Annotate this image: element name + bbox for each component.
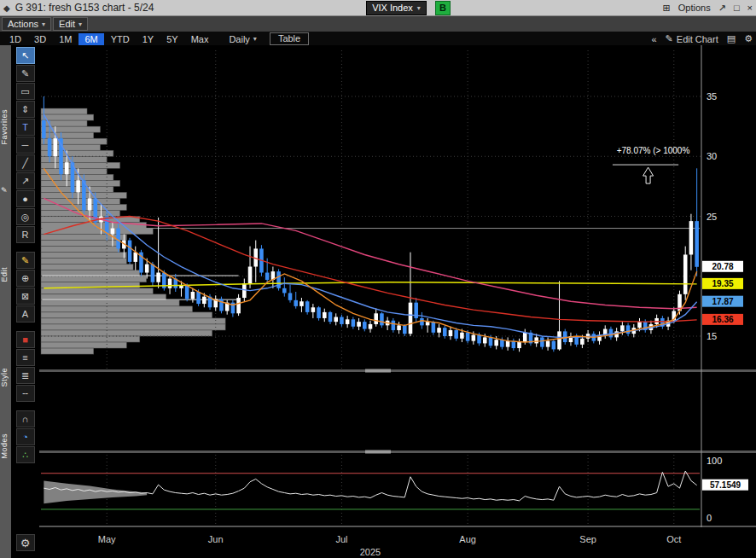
range-1y[interactable]: 1Y bbox=[137, 33, 160, 45]
price-badge-label: 17.87 bbox=[712, 297, 733, 306]
candle-body bbox=[557, 331, 561, 349]
pencil-tool[interactable]: ✎ bbox=[16, 252, 35, 269]
x-axis-year-label: 2025 bbox=[360, 547, 381, 557]
draw-line-tool[interactable]: ✎ bbox=[16, 65, 35, 82]
annotation-list-icon[interactable]: ▤ bbox=[727, 33, 736, 44]
volume-profile-bar bbox=[41, 276, 147, 282]
range-tool[interactable]: ⇕ bbox=[16, 101, 35, 118]
candle-body bbox=[695, 221, 699, 267]
marker-tool[interactable]: ◎ bbox=[16, 208, 35, 225]
candle-body bbox=[151, 264, 155, 282]
volume-profile-bar bbox=[41, 312, 212, 318]
volume-profile-bar bbox=[41, 342, 126, 348]
candle-body bbox=[311, 307, 316, 312]
candle-body bbox=[248, 267, 253, 284]
line-style-tool[interactable]: ≡ bbox=[16, 349, 35, 366]
volume-profile-bar bbox=[41, 336, 140, 342]
edit-menu[interactable]: Edit ▾ bbox=[53, 17, 88, 31]
cursor-tool[interactable]: ↖ bbox=[16, 47, 35, 64]
close-icon[interactable]: × bbox=[747, 3, 753, 13]
volume-profile-bar bbox=[41, 264, 133, 270]
security-selector[interactable]: VIX Index ▾ bbox=[366, 1, 427, 15]
horizontal-line-tool[interactable]: ─ bbox=[16, 137, 35, 154]
volume-profile-bar bbox=[41, 198, 120, 204]
magnet-mode[interactable]: ∩ bbox=[16, 410, 35, 427]
range-1d[interactable]: 1D bbox=[3, 33, 27, 45]
palette-mode[interactable]: ∴ bbox=[16, 446, 35, 463]
toolbar-right: « ✎ Edit Chart ▤ ⚙ bbox=[651, 33, 753, 44]
regression-tool[interactable]: R bbox=[16, 226, 35, 243]
delete-tool[interactable]: ⊠ bbox=[16, 288, 35, 305]
candle-body bbox=[236, 298, 241, 313]
volume-profile-bar bbox=[41, 162, 120, 168]
pan-tool[interactable]: ⊕ bbox=[16, 270, 35, 287]
price-tick-label: 25 bbox=[707, 212, 717, 222]
edit-menu-label: Edit bbox=[59, 19, 75, 29]
note-tool[interactable]: ▭ bbox=[16, 83, 35, 100]
drawing-sidebar: Favorites ✎ Edit Style Modes ↖✎▭⇕T─╱↗●◎R… bbox=[0, 45, 39, 558]
volume-profile-bar bbox=[41, 229, 153, 235]
panel-divider bbox=[39, 526, 756, 527]
candle-body bbox=[466, 333, 470, 341]
actions-menu[interactable]: Actions ▾ bbox=[2, 17, 51, 31]
popout-icon[interactable]: ↗ bbox=[718, 3, 726, 14]
grid-icon[interactable]: ⊞ bbox=[663, 3, 671, 14]
period-dropdown[interactable]: Daily ▾ bbox=[224, 33, 261, 45]
candle-body bbox=[626, 325, 631, 334]
tool-buttons: ↖✎▭⇕T─╱↗●◎R✎⊕⊠A■≡≣╌∩◔∴⚙ bbox=[11, 45, 39, 558]
candle-body bbox=[517, 342, 521, 348]
annotation-text: +78.07% (> 1000% bbox=[617, 146, 690, 155]
drag-handle-icon[interactable]: ◆ bbox=[3, 3, 10, 13]
ma-yellow bbox=[44, 282, 696, 288]
range-max[interactable]: Max bbox=[185, 33, 215, 45]
volume-profile-bar bbox=[41, 253, 126, 259]
candle-body bbox=[449, 330, 453, 336]
volume-profile-bar bbox=[41, 324, 225, 330]
table-button[interactable]: Table bbox=[270, 32, 309, 45]
volume-profile-bar bbox=[41, 241, 120, 247]
volume-profile-bar bbox=[41, 132, 94, 138]
gear-icon[interactable]: ⚙ bbox=[744, 33, 753, 44]
range-1m[interactable]: 1M bbox=[53, 33, 78, 45]
candle-body bbox=[352, 319, 356, 326]
candle-body bbox=[88, 198, 92, 210]
x-axis-month-label: Oct bbox=[666, 534, 681, 544]
collapse-panel-icon[interactable]: « bbox=[651, 34, 656, 44]
range-ytd[interactable]: YTD bbox=[105, 33, 136, 45]
candle-body bbox=[202, 297, 206, 304]
annotation-text-tool[interactable]: A bbox=[16, 305, 35, 323]
candle-body bbox=[546, 341, 550, 347]
panel-divider bbox=[39, 369, 756, 372]
edit-chart-button[interactable]: ✎ Edit Chart bbox=[666, 33, 718, 44]
candle-body bbox=[145, 264, 149, 273]
volume-profile-bar bbox=[41, 306, 193, 312]
candle-body bbox=[432, 322, 436, 333]
options-button[interactable]: Options bbox=[678, 3, 711, 13]
range-6m[interactable]: 6M bbox=[79, 33, 103, 45]
volume-profile-bar bbox=[41, 247, 120, 253]
settings-gear[interactable]: ⚙ bbox=[16, 534, 35, 551]
arrow-tool[interactable]: ↗ bbox=[16, 172, 35, 189]
range-5y[interactable]: 5Y bbox=[160, 33, 183, 45]
maximize-icon[interactable]: □ bbox=[734, 3, 740, 13]
compass-mode[interactable]: ◔ bbox=[16, 428, 35, 445]
color-swatch[interactable]: ■ bbox=[16, 331, 35, 348]
group-badge[interactable]: B bbox=[435, 1, 451, 15]
ellipse-tool[interactable]: ● bbox=[16, 190, 35, 207]
range-3d[interactable]: 3D bbox=[28, 33, 52, 45]
candle-body bbox=[483, 337, 487, 343]
text-tool[interactable]: T bbox=[16, 119, 35, 136]
candle-body bbox=[374, 313, 378, 324]
candle-body bbox=[65, 162, 69, 174]
dash-style-tool[interactable]: ╌ bbox=[16, 385, 35, 402]
line-width-tool[interactable]: ≣ bbox=[16, 367, 35, 384]
candle-body bbox=[111, 229, 115, 235]
chart-canvas[interactable]: +78.07% (> 1000%3530251520.7819.3517.871… bbox=[39, 45, 756, 558]
candle-body bbox=[317, 307, 321, 318]
candle-body bbox=[196, 292, 201, 304]
x-axis-month-label: Jul bbox=[335, 534, 347, 544]
trend-line-tool[interactable]: ╱ bbox=[16, 154, 35, 171]
candle-body bbox=[282, 288, 287, 294]
candle-body bbox=[477, 335, 481, 344]
candle-body bbox=[191, 292, 195, 299]
